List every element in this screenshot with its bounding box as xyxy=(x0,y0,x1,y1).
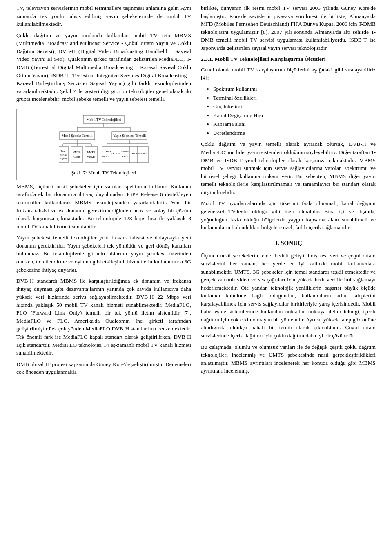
left-para-1: TV, televizyon servislerinin mobil termi… xyxy=(16,4,191,28)
left-para-4: Yayın şebekesi temelli teknolojiler yeni… xyxy=(16,234,191,274)
svg-text:Yayın Şebekesi Temelli: Yayın Şebekesi Temelli xyxy=(113,134,146,138)
right-column: birlikte, dünyanın ilk resmi mobil TV se… xyxy=(201,4,376,379)
section-conclusion-heading: 3. SONUÇ xyxy=(201,239,376,248)
svg-text:CDMA: CDMA xyxy=(102,150,111,153)
diagram-wrapper: Mobil TV Teknolojileri Mobil Şebeke Teme… xyxy=(20,114,187,167)
right-para-after-bullet-2: Mobil TV uygulamalarında güç tüketimi fa… xyxy=(201,199,376,231)
left-column: TV, televizyon servislerinin mobil termi… xyxy=(16,4,191,379)
svg-text:Mobil Şebeke Temelli: Mobil Şebeke Temelli xyxy=(62,134,93,138)
svg-rect-37 xyxy=(120,146,130,163)
right-para-top-1: birlikte, dünyanın ilk resmi mobil TV se… xyxy=(201,4,376,52)
svg-text:FLO: FLO xyxy=(122,155,127,158)
figure-caption: Şekil 7: Mobil TV Teknolojileri xyxy=(20,169,187,176)
svg-text:DVB-H: DVB-H xyxy=(111,152,120,155)
svg-text:Tek: Tek xyxy=(61,149,65,153)
svg-text:CMB: CMB xyxy=(74,155,80,158)
bullet-item-1: Spektrum kullanımı xyxy=(213,85,376,93)
two-column-layout: TV, televizyon servislerinin mobil termi… xyxy=(16,4,376,379)
svg-text:Yönlü: Yönlü xyxy=(59,153,67,156)
svg-rect-19 xyxy=(71,146,82,163)
bullet-item-2: Terminal özellikleri xyxy=(213,94,376,102)
svg-text:DMB: DMB xyxy=(131,152,137,155)
bullet-item-3: Güç tüketimi xyxy=(213,103,376,111)
svg-rect-32 xyxy=(102,146,112,163)
svg-text:Media: Media xyxy=(121,150,129,153)
left-para-2: Çoklu dağıtım ve yayın modunda kullanıla… xyxy=(16,31,191,103)
page: TV, televizyon servislerinin mobil termi… xyxy=(0,0,392,388)
section-heading-231: 2.3.1. Mobil TV Teknolojileri Karşılaştı… xyxy=(201,55,376,63)
left-para-3: MBMS, üçüncü nesil şebekeler için varola… xyxy=(16,183,191,230)
svg-text:Mobil TV Teknolojileri: Mobil TV Teknolojileri xyxy=(87,118,121,122)
mobil-tv-diagram: Mobil TV Teknolojileri Mobil Şebeke Teme… xyxy=(59,114,149,167)
bullet-item-6: Ücretlendirme xyxy=(213,129,376,137)
svg-text:BCMCS: BCMCS xyxy=(102,155,112,158)
right-para-after-bullet-1: Çoklu dağıtım ve yayın temelli olarak ay… xyxy=(201,140,376,196)
right-para-conclusion-1: Üçüncü nesil şebekelerin temel hedefi ge… xyxy=(201,252,376,339)
svg-text:Dağıtım: Dağıtım xyxy=(59,157,68,160)
svg-text:UMTS: UMTS xyxy=(73,150,81,154)
svg-rect-22 xyxy=(85,146,97,163)
svg-text:MBMS: MBMS xyxy=(87,155,95,158)
left-para-6: DMB ulusal IT projesi kapsamında Güney K… xyxy=(16,360,191,376)
figure-7-box: Mobil TV Teknolojileri Mobil Şebeke Teme… xyxy=(16,109,191,180)
svg-text:UMTS: UMTS xyxy=(87,150,95,154)
left-para-5: DVB-H standardı MBMS ile karşılaştırıldı… xyxy=(16,277,191,357)
right-para-mid-1: Genel olarak mobil TV karşılaştırma ölçü… xyxy=(201,66,376,82)
bullet-item-4: Kanal Değiştirme Hızı xyxy=(213,112,376,120)
right-para-conclusion-2: Bu çalışmada, olumlu ve olumsuz yanları … xyxy=(201,343,376,375)
bullet-list: Spektrum kullanımı Terminal özellikleri … xyxy=(213,85,376,137)
bullet-item-5: Kapsama alanı xyxy=(213,120,376,128)
svg-text:ISDB-T: ISDB-T xyxy=(138,152,148,155)
